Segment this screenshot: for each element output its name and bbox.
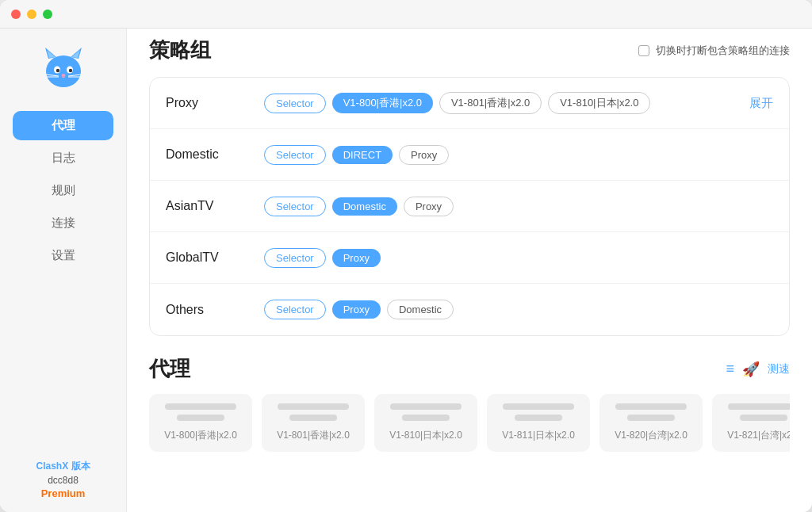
premium-label: Premium <box>36 487 90 499</box>
strategy-group-meta: 切换时打断包含策略组的连接 <box>638 44 790 58</box>
strategy-group-card: Proxy Selector V1-800|香港|x2.0 V1-801|香港|… <box>149 77 790 336</box>
proxy-card-name-3: V1-811|日本|x2.0 <box>502 429 575 442</box>
strategy-row-globaltv: GlobalTV Selector Proxy <box>150 232 789 284</box>
rocket-icon[interactable]: 🚀 <box>742 361 760 378</box>
asiantv-tags-row: Selector Domestic Proxy <box>264 197 454 216</box>
version-label: ClashX 版本 <box>36 460 90 473</box>
strategy-expand-button[interactable]: 展开 <box>749 96 773 111</box>
strategy-name-globaltv: GlobalTV <box>166 250 253 265</box>
proxy-tags-row: Selector V1-800|香港|x2.0 V1-801|香港|x2.0 V… <box>264 92 650 114</box>
svg-point-8 <box>68 69 71 72</box>
sidebar-item-proxy[interactable]: 代理 <box>13 111 113 140</box>
proxy-card-bar-5 <box>728 403 790 410</box>
nav-items: 代理 日志 规则 连接 设置 <box>0 111 126 270</box>
filter-icon[interactable]: ≡ <box>726 361 734 377</box>
strategy-row-asiantv: AsianTV Selector Domestic Proxy <box>150 181 789 232</box>
asiantv-selector-tag[interactable]: Selector <box>264 197 326 216</box>
proxy-card-bar-1 <box>278 403 349 410</box>
sidebar-item-logs[interactable]: 日志 <box>13 143 113 173</box>
asiantv-tag-1[interactable]: Proxy <box>404 197 454 216</box>
asiantv-tag-0[interactable]: Domestic <box>332 197 397 216</box>
proxy-card-bar-0 <box>165 403 236 410</box>
others-tag-0[interactable]: Proxy <box>332 300 381 319</box>
sidebar-item-rules[interactable]: 规则 <box>13 176 113 205</box>
toggle-checkbox[interactable] <box>638 45 649 56</box>
proxy-card-bar-2 <box>390 403 462 410</box>
others-tags-row: Selector Proxy Domestic <box>264 300 454 319</box>
proxy-card-bar-short-0 <box>177 415 224 421</box>
proxy-card-name-5: V1-821|台湾|x2.0 <box>727 429 790 442</box>
svg-point-7 <box>56 69 59 72</box>
proxy-card-4[interactable]: V1-820|台湾|x2.0 <box>599 394 703 452</box>
minimize-button[interactable] <box>27 10 36 19</box>
strategy-row-others: Others Selector Proxy Domestic <box>150 284 789 335</box>
globaltv-selector-tag[interactable]: Selector <box>264 248 326 268</box>
strategy-group-header: 策略组 切换时打断包含策略组的连接 <box>149 36 790 64</box>
svg-point-0 <box>46 55 81 87</box>
sidebar-footer: ClashX 版本 dcc8d8 Premium <box>23 447 102 512</box>
proxy-tag-2[interactable]: V1-810|日本|x2.0 <box>548 92 650 114</box>
proxy-card-0[interactable]: V1-800|香港|x2.0 <box>149 394 252 452</box>
proxy-card-2[interactable]: V1-810|日本|x2.0 <box>374 394 477 452</box>
main-window: 代理 日志 规则 连接 设置 ClashX 版本 dcc8d8 Premium … <box>0 0 812 512</box>
strategy-row-domestic: Domestic Selector DIRECT Proxy <box>150 129 789 181</box>
others-selector-tag[interactable]: Selector <box>264 300 326 319</box>
proxy-card-bar-short-4 <box>627 415 675 421</box>
strategy-name-others: Others <box>166 303 253 317</box>
proxy-section: 代理 ≡ 🚀 测速 V1-800|香港|x2.0 V1-801|香港|x2.0 <box>149 355 790 455</box>
strategy-row-proxy: Proxy Selector V1-800|香港|x2.0 V1-801|香港|… <box>150 78 789 129</box>
proxy-card-3[interactable]: V1-811|日本|x2.0 <box>487 394 590 452</box>
app-logo <box>36 41 91 97</box>
proxy-card-5[interactable]: V1-821|台湾|x2.0 <box>712 394 790 452</box>
toggle-label: 切换时打断包含策略组的连接 <box>656 44 790 58</box>
sidebar: 代理 日志 规则 连接 设置 ClashX 版本 dcc8d8 Premium <box>0 0 127 512</box>
domestic-tag-0[interactable]: DIRECT <box>332 146 393 164</box>
others-tag-1[interactable]: Domestic <box>387 300 454 319</box>
globaltv-tags-row: Selector Proxy <box>264 248 381 268</box>
domestic-selector-tag[interactable]: Selector <box>264 145 326 165</box>
maximize-button[interactable] <box>43 10 52 19</box>
proxy-card-name-1: V1-801|香港|x2.0 <box>277 429 350 442</box>
proxy-card-bar-short-3 <box>515 415 562 421</box>
proxy-section-title: 代理 <box>149 355 190 383</box>
proxy-cards-row: V1-800|香港|x2.0 V1-801|香港|x2.0 V1-810|日本|… <box>149 394 790 455</box>
speed-test-button[interactable]: 测速 <box>768 362 790 376</box>
proxy-card-bar-short-5 <box>740 415 787 421</box>
close-button[interactable] <box>11 10 21 19</box>
proxy-selector-tag[interactable]: Selector <box>264 94 326 113</box>
proxy-tools: ≡ 🚀 测速 <box>726 361 790 378</box>
strategy-name-asiantv: AsianTV <box>166 199 253 213</box>
domestic-tag-1[interactable]: Proxy <box>399 145 449 165</box>
proxy-card-name-4: V1-820|台湾|x2.0 <box>615 429 688 442</box>
proxy-section-header: 代理 ≡ 🚀 测速 <box>149 355 790 383</box>
sidebar-item-connections[interactable]: 连接 <box>13 208 113 238</box>
strategy-group-title: 策略组 <box>149 36 211 64</box>
proxy-card-name-2: V1-810|日本|x2.0 <box>389 429 462 442</box>
proxy-tag-0[interactable]: V1-800|香港|x2.0 <box>332 93 433 113</box>
sidebar-item-settings[interactable]: 设置 <box>13 241 113 270</box>
svg-point-9 <box>61 74 65 77</box>
proxy-card-bar-short-1 <box>289 415 337 421</box>
main-content: 策略组 切换时打断包含策略组的连接 Proxy Selector V1-800|… <box>127 0 812 512</box>
domestic-tags-row: Selector DIRECT Proxy <box>264 145 449 165</box>
proxy-card-bar-3 <box>503 403 574 410</box>
strategy-name-proxy: Proxy <box>166 96 253 110</box>
globaltv-tag-0[interactable]: Proxy <box>332 249 381 267</box>
commit-hash: dcc8d8 <box>36 475 90 486</box>
proxy-card-1[interactable]: V1-801|香港|x2.0 <box>262 394 365 452</box>
proxy-card-bar-4 <box>615 403 687 410</box>
strategy-name-domestic: Domestic <box>166 147 253 162</box>
titlebar <box>0 0 812 29</box>
proxy-tag-1[interactable]: V1-801|香港|x2.0 <box>439 92 542 114</box>
proxy-card-bar-short-2 <box>402 415 450 421</box>
proxy-card-name-0: V1-800|香港|x2.0 <box>164 429 237 442</box>
